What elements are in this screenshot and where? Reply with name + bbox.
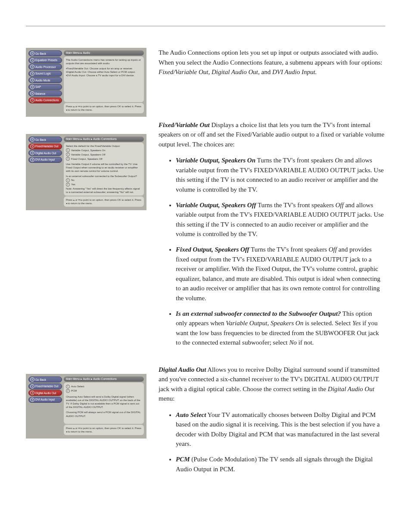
right-column: The Audio Connections option lets you se…: [159, 48, 385, 491]
dao-choice-list: Auto Select Your TV automatically choose…: [159, 410, 385, 474]
radio-icon: 3: [66, 157, 70, 161]
radio-icon: 1: [66, 178, 70, 182]
radio-icon: 2: [66, 389, 70, 393]
footer-hint: Press ▴ or ▾ to point to an option, then…: [64, 425, 144, 435]
radio-option[interactable]: 2Variable Output, Speakers Off: [66, 152, 142, 156]
menu-item[interactable]: 2Digital Audio Out: [28, 150, 62, 156]
menu-item-go-back[interactable]: 0Go Back: [28, 137, 62, 143]
choice-list: Variable Output, Speakers On Turns the T…: [159, 156, 385, 348]
description-panel: 1Auto Select 2PCM Choosing Auto Select w…: [64, 383, 144, 424]
radio-option[interactable]: 2Yes: [66, 183, 142, 187]
radio-icon: 1: [66, 385, 70, 389]
list-item: Is an external subwoofer connected to th…: [176, 309, 385, 348]
menu-item-audio-connections[interactable]: 7Audio Connections: [28, 97, 62, 103]
breadcrumb: Main Menu ▸ Audio: [64, 50, 144, 56]
menu-sidebar: 0Go Back 1Equalizer Presets 2Audio Proce…: [28, 50, 62, 114]
radio-icon: 2: [66, 152, 70, 156]
top-rule: [26, 26, 385, 26]
intro-paragraph: The Audio Connections option lets you se…: [159, 48, 385, 77]
menu-item[interactable]: 3DVI Audio Input: [28, 397, 62, 403]
menu-item-digital-audio-out[interactable]: 2Digital Audio Out: [28, 390, 62, 396]
tv-menu-screenshot-audio: 0Go Back 1Equalizer Presets 2Audio Proce…: [26, 48, 146, 117]
fixed-variable-out-section: Fixed/Variable Out Displays a choice lis…: [159, 120, 385, 348]
breadcrumb: Main Menu ▸ Audio ▸ Audio Connections: [64, 376, 144, 382]
menu-item-fixed-variable-out[interactable]: 1Fixed/Variable Out: [28, 143, 62, 149]
list-item: Variable Output, Speakers On Turns the T…: [176, 156, 385, 194]
radio-icon: 1: [66, 148, 70, 152]
menu-item[interactable]: 5SAP: [28, 84, 62, 90]
menu-item[interactable]: 1Equalizer Presets: [28, 57, 62, 63]
term-fixed-variable-out: Fixed/Variable Out: [159, 121, 210, 128]
menu-item[interactable]: 3Sound Logic: [28, 71, 62, 77]
radio-option[interactable]: 1No: [66, 178, 142, 182]
menu-sidebar: 0Go Back 1Fixed/Variable Out 2Digital Au…: [28, 137, 62, 208]
tv-menu-screenshot-digital-audio-out: 0Go Back 1Fixed/Variable Out 2Digital Au…: [26, 374, 146, 439]
footer-hint: Press ▴ or ▾ to point to an option, then…: [64, 196, 144, 207]
radio-icon: 2: [66, 183, 70, 187]
radio-option[interactable]: 2PCM: [66, 389, 142, 393]
list-item: Auto Select Your TV automatically choose…: [176, 410, 385, 449]
radio-option[interactable]: 3Fixed Output, Speakers Off: [66, 157, 142, 161]
menu-item[interactable]: 4Audio Mode: [28, 77, 62, 83]
tv-menu-screenshot-fixed-variable: 0Go Back 1Fixed/Variable Out 2Digital Au…: [26, 134, 146, 210]
list-item: PCM (Pulse Code Modulation) The TV sends…: [176, 454, 385, 474]
menu-item-go-back[interactable]: 0Go Back: [28, 50, 62, 56]
list-item: Variable Output, Speakers Off Turns the …: [176, 200, 385, 239]
description-panel: The Audio Connections menu has screens f…: [64, 56, 144, 102]
list-item: Fixed Output, Speakers Off Turns the TV'…: [176, 245, 385, 303]
description-panel: Select the default for the Fixed/Variabl…: [64, 143, 144, 196]
left-column: 0Go Back 1Equalizer Presets 2Audio Proce…: [26, 48, 146, 491]
menu-item[interactable]: 1Fixed/Variable Out: [28, 383, 62, 389]
term-digital-audio-out: Digital Audio Out: [159, 366, 206, 373]
breadcrumb: Main Menu ▸ Audio ▸ Audio Connections: [64, 137, 144, 142]
digital-audio-out-section: Digital Audio Out Allows you to receive …: [159, 365, 385, 474]
menu-item[interactable]: 6Balance: [28, 90, 62, 96]
footer-hint: Press ▴ or ▾ to point to an option, then…: [64, 103, 144, 113]
menu-item-go-back[interactable]: 0Go Back: [28, 376, 62, 383]
menu-item[interactable]: 2Audio Processor: [28, 64, 62, 70]
menu-sidebar: 0Go Back 1Fixed/Variable Out 2Digital Au…: [28, 376, 62, 436]
menu-item[interactable]: 3DVI Audio Input: [28, 157, 62, 163]
radio-option[interactable]: 1Auto Select: [66, 385, 142, 389]
radio-option[interactable]: 1Variable Output, Speakers On: [66, 148, 142, 152]
content-area: 0Go Back 1Equalizer Presets 2Audio Proce…: [26, 48, 385, 491]
